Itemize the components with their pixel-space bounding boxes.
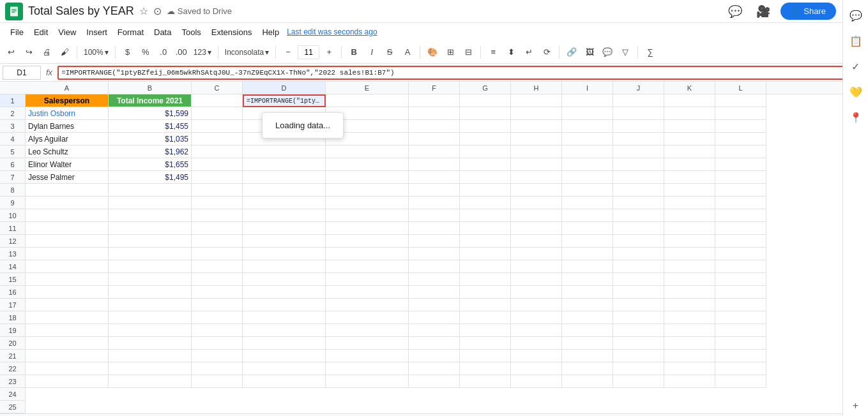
row-num-3[interactable]: 3 [0,120,25,133]
valign-button[interactable]: ⬍ [503,44,519,61]
row-num-21[interactable]: 21 [0,350,25,362]
cell-j7[interactable] [613,171,664,184]
cell-a5[interactable]: Leo Schultz [26,145,109,158]
cell-g5[interactable] [460,145,511,158]
filter-button[interactable]: ▽ [617,44,634,61]
row-num-13[interactable]: 13 [0,248,25,260]
cell-j9[interactable] [613,197,664,209]
cell-b1[interactable]: Total Income 2021 [109,94,192,107]
decimal-decrease-button[interactable]: .0 [155,44,172,61]
cell-c5[interactable] [192,145,243,158]
cell-j3[interactable] [613,120,664,133]
cell-f6[interactable] [409,158,460,171]
cell-c4[interactable] [192,133,243,145]
cell-i8[interactable] [562,184,613,197]
sidebar-add-icon[interactable]: + [846,396,866,416]
cell-d7[interactable] [243,171,326,184]
row-num-24[interactable]: 24 [0,388,25,401]
cell-j5[interactable] [613,145,664,158]
cell-a3[interactable]: Dylan Barnes [26,120,109,133]
col-header-e[interactable]: E [326,82,409,94]
cell-f1[interactable] [409,94,460,107]
comments-button[interactable]: 💬 [724,1,746,22]
currency-button[interactable]: $ [119,44,136,61]
cell-b4[interactable]: $1,035 [109,133,192,145]
italic-button[interactable]: I [363,44,380,61]
bold-button[interactable]: B [346,44,362,61]
cell-b5[interactable]: $1,962 [109,145,192,158]
cell-i2[interactable] [562,107,613,120]
col-header-j[interactable]: J [613,82,664,94]
col-header-k[interactable]: K [664,82,715,94]
row-num-16[interactable]: 16 [0,286,25,299]
decimal-increase-button[interactable]: .00 [173,44,190,61]
row-num-6[interactable]: 6 [0,158,25,171]
row-num-25[interactable]: 25 [0,401,25,413]
cell-b6[interactable]: $1,655 [109,158,192,171]
star-icon[interactable]: ☆ [139,5,148,17]
col-header-i[interactable]: I [562,82,613,94]
cell-l1[interactable] [715,94,766,107]
cell-j4[interactable] [613,133,664,145]
cell-c8[interactable] [192,184,243,197]
cell-h1[interactable] [511,94,562,107]
cell-c6[interactable] [192,158,243,171]
cell-i3[interactable] [562,120,613,133]
cell-e5[interactable] [326,145,409,158]
cell-i6[interactable] [562,158,613,171]
cell-l9[interactable] [715,197,766,209]
link-button[interactable]: 🔗 [563,44,580,61]
cell-a1[interactable]: Salesperson [26,94,109,107]
cell-d5[interactable] [243,145,326,158]
cell-f4[interactable] [409,133,460,145]
cell-c2[interactable] [192,107,243,120]
menu-view[interactable]: View [53,26,81,38]
col-header-b[interactable]: B [109,82,192,94]
cell-k1[interactable] [664,94,715,107]
cell-l3[interactable] [715,120,766,133]
cell-b8[interactable] [109,184,192,197]
paint-format-button[interactable]: 🖌 [56,44,73,61]
cell-k4[interactable] [664,133,715,145]
cell-h9[interactable] [511,197,562,209]
number-format-dropdown[interactable]: 123 ▾ [191,44,214,61]
strikethrough-button[interactable]: S [381,44,398,61]
menu-data[interactable]: Data [149,26,176,38]
cell-a9[interactable] [26,197,109,209]
row-num-17[interactable]: 17 [0,299,25,311]
cell-i5[interactable] [562,145,613,158]
cell-e7[interactable] [326,171,409,184]
cell-c1[interactable] [192,94,243,107]
row-num-11[interactable]: 11 [0,222,25,235]
cell-d6[interactable] [243,158,326,171]
cell-k6[interactable] [664,158,715,171]
cell-k2[interactable] [664,107,715,120]
cell-h2[interactable] [511,107,562,120]
row-num-5[interactable]: 5 [0,145,25,158]
menu-extensions[interactable]: Extensions [206,26,257,38]
cell-h6[interactable] [511,158,562,171]
cell-b2[interactable]: $1,599 [109,107,192,120]
sidebar-maps-icon[interactable]: 📍 [846,107,866,128]
sidebar-keep-icon[interactable]: 💛 [846,82,866,102]
cell-f9[interactable] [409,197,460,209]
row-num-12[interactable]: 12 [0,235,25,248]
menu-tools[interactable]: Tools [176,26,206,38]
cell-f5[interactable] [409,145,460,158]
merge-cells-button[interactable]: ⊟ [460,44,476,61]
cell-b9[interactable] [109,197,192,209]
cell-j8[interactable] [613,184,664,197]
cell-reference[interactable]: D1 [3,66,41,80]
cell-h8[interactable] [511,184,562,197]
font-dropdown[interactable]: Inconsolata ▾ [222,44,271,61]
undo-button[interactable]: ↩ [3,44,19,61]
cell-k8[interactable] [664,184,715,197]
cell-e1[interactable] [326,94,409,107]
history-icon[interactable]: ⊙ [153,5,162,17]
row-num-1[interactable]: 1 [0,94,25,107]
menu-insert[interactable]: Insert [81,26,112,38]
cell-e6[interactable] [326,158,409,171]
cell-f7[interactable] [409,171,460,184]
cell-b3[interactable]: $1,455 [109,120,192,133]
row-num-18[interactable]: 18 [0,311,25,324]
